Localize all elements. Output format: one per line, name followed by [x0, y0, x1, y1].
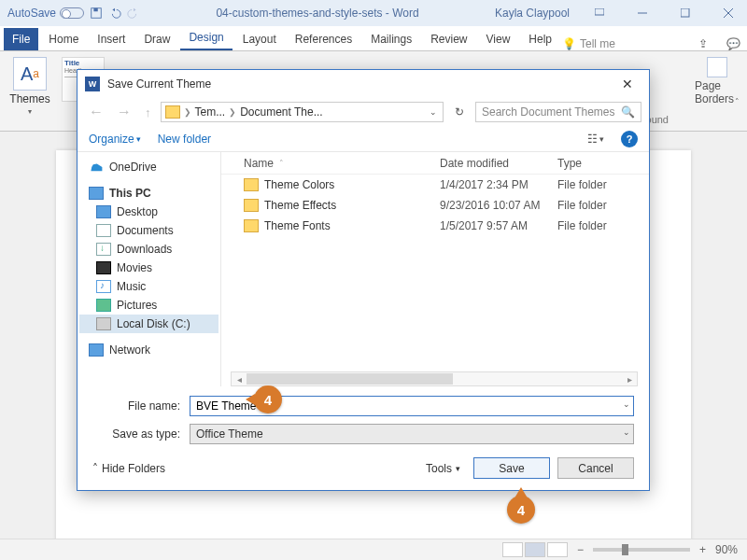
callout-4b: 4 — [507, 496, 535, 524]
zoom-level[interactable]: 90% — [715, 543, 738, 556]
tab-file[interactable]: File — [4, 28, 38, 50]
col-name[interactable]: Name˄ — [244, 157, 440, 170]
ribbon-options-icon[interactable] — [581, 0, 618, 26]
svg-rect-1 — [93, 8, 97, 12]
svg-rect-2 — [595, 8, 604, 15]
column-headers: Name˄ Date modified Type — [221, 152, 649, 175]
dialog-close-icon[interactable]: ✕ — [613, 77, 641, 91]
tab-layout[interactable]: Layout — [234, 28, 285, 50]
organize-button[interactable]: Organize ▾ — [89, 133, 141, 146]
view-mode-button[interactable]: ☷ ▾ — [587, 133, 604, 146]
print-layout-icon[interactable] — [525, 542, 545, 557]
nav-desktop[interactable]: Desktop — [79, 203, 218, 221]
up-icon[interactable]: ↑ — [141, 105, 155, 119]
new-folder-button[interactable]: New folder — [158, 133, 211, 146]
save-icon[interactable] — [90, 7, 103, 21]
music-icon — [96, 280, 111, 293]
chevron-down-icon: ▾ — [456, 464, 460, 473]
tab-insert[interactable]: Insert — [89, 28, 134, 50]
tab-review[interactable]: Review — [422, 28, 475, 50]
themes-icon: Aa — [13, 57, 47, 91]
nav-movies[interactable]: Movies — [79, 259, 218, 277]
crumb-templates[interactable]: Tem... — [195, 105, 226, 119]
refresh-icon[interactable]: ↻ — [449, 105, 470, 119]
save-button[interactable]: Save — [473, 457, 550, 479]
chevron-down-icon: ▾ — [28, 107, 32, 116]
scroll-right-icon[interactable]: ▸ — [622, 374, 637, 385]
zoom-slider[interactable] — [593, 548, 690, 552]
chevron-right-icon: ❯ — [182, 107, 193, 117]
web-layout-icon[interactable] — [547, 542, 568, 557]
tell-me[interactable]: 💡Tell me — [562, 37, 615, 50]
tab-mailings[interactable]: Mailings — [362, 28, 420, 50]
desktop-icon — [96, 205, 111, 218]
read-mode-icon[interactable] — [502, 542, 523, 557]
comments-icon[interactable]: 💬 — [719, 37, 747, 50]
dialog-titlebar: W Save Current Theme ✕ — [78, 70, 649, 98]
nav-this-pc[interactable]: This PC — [79, 184, 218, 203]
file-row[interactable]: Theme Fonts 1/5/2017 9:57 AM File folder — [221, 216, 649, 236]
saveastype-label: Save as type: — [92, 427, 190, 441]
page-borders-label: Page Borders — [695, 79, 740, 105]
slider-thumb[interactable] — [622, 544, 628, 555]
folder-icon — [165, 105, 180, 119]
h-scrollbar[interactable]: ◂ ▸ — [231, 371, 638, 386]
tell-me-label: Tell me — [580, 37, 615, 50]
cancel-button[interactable]: Cancel — [557, 457, 634, 479]
nav-network[interactable]: Network — [79, 341, 218, 359]
breadcrumb[interactable]: ❯ Tem... ❯ Document The... ⌄ — [161, 102, 444, 122]
back-icon[interactable]: ← — [85, 104, 107, 120]
page-borders-button[interactable]: Page Borders — [695, 57, 740, 105]
share-icon[interactable]: ⇪ — [689, 37, 717, 50]
pc-icon — [89, 187, 104, 200]
chevron-down-icon[interactable]: ⌄ — [623, 399, 630, 409]
nav-documents[interactable]: Documents — [79, 221, 218, 240]
svg-rect-4 — [681, 8, 689, 17]
tools-button[interactable]: Tools▾ — [426, 462, 460, 475]
dialog-nav: ← → ↑ ❯ Tem... ❯ Document The... ⌄ ↻ Sea… — [78, 98, 649, 126]
help-icon[interactable]: ? — [621, 131, 638, 147]
minimize-icon[interactable] — [624, 0, 661, 26]
status-bar: − + 90% — [0, 539, 747, 560]
chevron-down-icon[interactable]: ⌄ — [428, 107, 439, 117]
word-icon: W — [85, 77, 100, 91]
chevron-up-icon[interactable]: ˄ — [735, 97, 740, 106]
zoom-out-icon[interactable]: − — [577, 543, 584, 556]
tab-draw[interactable]: Draw — [135, 28, 178, 50]
nav-onedrive[interactable]: OneDrive — [79, 158, 218, 176]
tab-design[interactable]: Design — [180, 26, 232, 50]
col-type[interactable]: Type — [557, 157, 582, 170]
nav-pictures[interactable]: Pictures — [79, 296, 218, 315]
tab-help[interactable]: Help — [520, 28, 560, 50]
nav-downloads[interactable]: Downloads — [79, 240, 218, 259]
search-icon: 🔍 — [621, 105, 635, 119]
documents-icon — [96, 224, 111, 237]
maximize-icon[interactable] — [667, 0, 704, 26]
forward-icon[interactable]: → — [113, 104, 135, 120]
chevron-right-icon: ❯ — [227, 107, 238, 117]
redo-icon[interactable] — [127, 7, 140, 21]
close-icon[interactable] — [710, 0, 747, 26]
title-bar: AutoSave 04-custom-themes-and-style-sets… — [0, 0, 747, 26]
tab-view[interactable]: View — [478, 28, 519, 50]
themes-button[interactable]: Aa Themes ▾ — [7, 57, 52, 116]
save-theme-dialog: W Save Current Theme ✕ ← → ↑ ❯ Tem... ❯ … — [77, 69, 650, 491]
scroll-thumb[interactable] — [247, 373, 453, 385]
file-row[interactable]: Theme Effects 9/23/2016 10:07 AM File fo… — [221, 195, 649, 216]
file-row[interactable]: Theme Colors 1/4/2017 2:34 PM File folde… — [221, 175, 649, 195]
zoom-in-icon[interactable]: + — [699, 543, 706, 556]
nav-music[interactable]: Music — [79, 277, 218, 296]
hide-folders-button[interactable]: ˄Hide Folders — [92, 462, 165, 475]
autosave-toggle[interactable]: AutoSave — [7, 7, 84, 20]
search-input[interactable]: Search Document Themes 🔍 — [475, 102, 641, 122]
crumb-document-themes[interactable]: Document The... — [240, 105, 323, 119]
saveastype-combo[interactable]: Office Theme — [190, 424, 634, 444]
tab-home[interactable]: Home — [40, 28, 87, 50]
col-modified[interactable]: Date modified — [440, 157, 557, 170]
undo-icon[interactable] — [108, 7, 121, 21]
chevron-down-icon[interactable]: ⌄ — [623, 427, 630, 437]
nav-local-disk[interactable]: Local Disk (C:) — [79, 315, 218, 333]
themes-label: Themes — [9, 92, 49, 105]
tab-references[interactable]: References — [287, 28, 360, 50]
scroll-left-icon[interactable]: ◂ — [232, 374, 247, 385]
